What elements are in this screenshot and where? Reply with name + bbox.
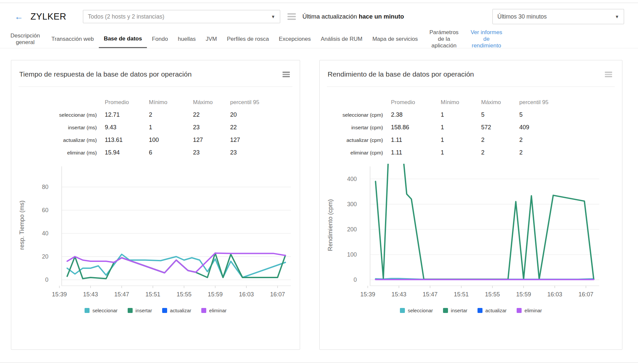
column-header: Promedio	[98, 99, 142, 106]
svg-text:15:55: 15:55	[485, 291, 500, 298]
svg-text:15:55: 15:55	[176, 291, 191, 298]
tab-transaccion-web[interactable]: Transacción web	[46, 30, 99, 48]
chart-legend: seleccionar insertar actualizar eliminar	[320, 308, 622, 313]
response-time-stats-table: Promedio Mínimo Máximo percentil 95 sele…	[11, 96, 300, 159]
tab-excepciones[interactable]: Excepciones	[274, 30, 316, 48]
table-row: actualizar (cpm) 1.11 1 2 2	[320, 134, 622, 147]
host-scope-dropdown[interactable]: Todos (2 hosts y 2 instancias) ▼	[83, 10, 280, 23]
row-label: actualizar (ms)	[11, 137, 98, 143]
column-header: Mínimo	[434, 99, 475, 106]
row-label: seleccionar (ms)	[11, 112, 98, 118]
legend-item-insertar[interactable]: insertar	[128, 308, 152, 313]
last-update-label: Última actualización	[302, 13, 357, 20]
svg-text:15:59: 15:59	[516, 291, 531, 298]
svg-text:20: 20	[42, 253, 49, 260]
throughput-panel: Rendimiento de la base de datos por oper…	[319, 60, 622, 350]
legend-item-actualizar[interactable]: actualizar	[478, 308, 507, 313]
row-label: insertar (ms)	[11, 125, 98, 131]
response-time-panel: Tiempo de respuesta de la base de datos …	[11, 60, 300, 350]
tab-descripcion-general[interactable]: Descripción general	[4, 30, 46, 48]
tab-analisis-de-rum[interactable]: Análisis de RUM	[316, 30, 367, 48]
table-row: insertar (ms) 9.43 1 23 22	[11, 121, 300, 134]
svg-text:16:07: 16:07	[270, 291, 285, 298]
dashboard-body: Tiempo de respuesta de la base de datos …	[0, 48, 638, 350]
svg-text:15:39: 15:39	[52, 291, 67, 298]
response-time-line-chart: 02040608015:3915:4315:4715:5115:5515:591…	[11, 164, 300, 299]
link-ver-informes-de-rendimiento[interactable]: Ver informes de rendimiento	[465, 30, 508, 48]
column-header: Máximo	[475, 99, 513, 106]
svg-text:16:03: 16:03	[239, 291, 254, 298]
svg-text:80: 80	[42, 184, 49, 190]
table-row: eliminar (ms) 15.94 6 23 23	[11, 147, 300, 159]
legend-swatch	[85, 308, 90, 313]
panel-menu-icon[interactable]	[604, 70, 613, 79]
divider	[19, 87, 292, 87]
svg-text:15:51: 15:51	[454, 291, 469, 298]
svg-text:60: 60	[42, 207, 49, 213]
legend-swatch	[201, 308, 206, 313]
svg-text:15:51: 15:51	[145, 291, 160, 298]
svg-text:resp. Tiempo (ms): resp. Tiempo (ms)	[18, 200, 25, 250]
tab-parametros-de-la-aplicacion[interactable]: Parámetros de la aplicación	[423, 30, 465, 48]
svg-text:15:47: 15:47	[422, 291, 437, 298]
time-range-dropdown[interactable]: Últimos 30 minutos ▼	[492, 9, 624, 24]
row-label: actualizar (cpm)	[320, 137, 384, 143]
throughput-stats-table: Promedio Mínimo Máximo percentil 95 sele…	[320, 96, 622, 159]
app-title: ZYLKER	[31, 12, 66, 22]
last-update-value: hace un minuto	[359, 13, 404, 20]
caret-down-icon: ▼	[271, 14, 275, 19]
legend-item-actualizar[interactable]: actualizar	[162, 308, 191, 313]
svg-text:Rendimiento (cpm): Rendimiento (cpm)	[327, 199, 334, 251]
time-range-value: Últimos 30 minutos	[497, 13, 547, 20]
panel-title: Tiempo de respuesta de la base de datos …	[19, 70, 192, 78]
legend-item-seleccionar[interactable]: seleccionar	[400, 308, 433, 313]
svg-text:15:59: 15:59	[208, 291, 223, 298]
last-update-text: Última actualización hace un minuto	[302, 13, 404, 20]
tab-fondo[interactable]: Fondo	[147, 30, 173, 48]
legend-item-eliminar[interactable]: eliminar	[517, 308, 542, 313]
tab-huellas[interactable]: huellas	[173, 30, 201, 48]
legend-swatch	[443, 308, 448, 313]
table-row: seleccionar (cpm) 2.38 1 5 5	[320, 109, 622, 121]
svg-text:300: 300	[347, 201, 357, 207]
column-header: percentil 95	[223, 99, 277, 106]
tab-jvm[interactable]: JVM	[201, 30, 222, 48]
row-label: eliminar (cpm)	[320, 150, 384, 156]
panel-menu-icon[interactable]	[281, 70, 291, 79]
svg-text:16:03: 16:03	[547, 291, 562, 298]
caret-down-icon: ▼	[615, 14, 619, 19]
row-label: eliminar (ms)	[11, 150, 98, 156]
legend-swatch	[478, 308, 482, 313]
column-header: Máximo	[186, 99, 223, 106]
host-scope-value: Todos (2 hosts y 2 instancias)	[88, 13, 164, 20]
svg-text:100: 100	[347, 251, 357, 258]
row-label: seleccionar (cpm)	[320, 112, 384, 118]
legend-item-seleccionar[interactable]: seleccionar	[85, 308, 118, 313]
svg-text:0: 0	[353, 276, 357, 283]
chart-legend: seleccionar insertar actualizar eliminar	[11, 308, 300, 313]
svg-text:16:07: 16:07	[578, 291, 593, 298]
back-arrow-icon[interactable]: ←	[15, 12, 23, 21]
tab-perfiles-de-rosca[interactable]: Perfiles de rosca	[222, 30, 274, 48]
header-menu-icon[interactable]	[287, 13, 296, 20]
table-row: actualizar (ms) 113.61 100 127 127	[11, 134, 300, 147]
row-label: insertar (cpm)	[320, 125, 384, 131]
tab-base-de-datos[interactable]: Base de datos	[99, 30, 147, 48]
tab-mapa-de-servicios[interactable]: Mapa de servicios	[367, 30, 423, 48]
column-header: percentil 95	[513, 99, 562, 106]
svg-text:0: 0	[45, 276, 48, 283]
table-row: insertar (cpm) 158.86 1 572 409	[320, 121, 622, 134]
column-header: Mínimo	[142, 99, 186, 106]
legend-item-eliminar[interactable]: eliminar	[201, 308, 227, 313]
legend-item-insertar[interactable]: insertar	[443, 308, 468, 313]
svg-text:40: 40	[42, 230, 49, 237]
throughput-line-chart: 010020030040015:3915:4315:4715:5115:5515…	[320, 164, 611, 299]
tab-bar: Descripción general Transacción web Base…	[0, 30, 638, 48]
table-row: seleccionar (ms) 12.71 2 22 20	[11, 109, 300, 121]
legend-swatch	[128, 308, 133, 313]
legend-swatch	[400, 308, 405, 313]
table-row: eliminar (cpm) 1.11 1 2 2	[320, 147, 622, 159]
legend-swatch	[517, 308, 522, 313]
svg-text:200: 200	[347, 226, 357, 232]
top-bar: ← ZYLKER Todos (2 hosts y 2 instancias) …	[0, 3, 638, 30]
